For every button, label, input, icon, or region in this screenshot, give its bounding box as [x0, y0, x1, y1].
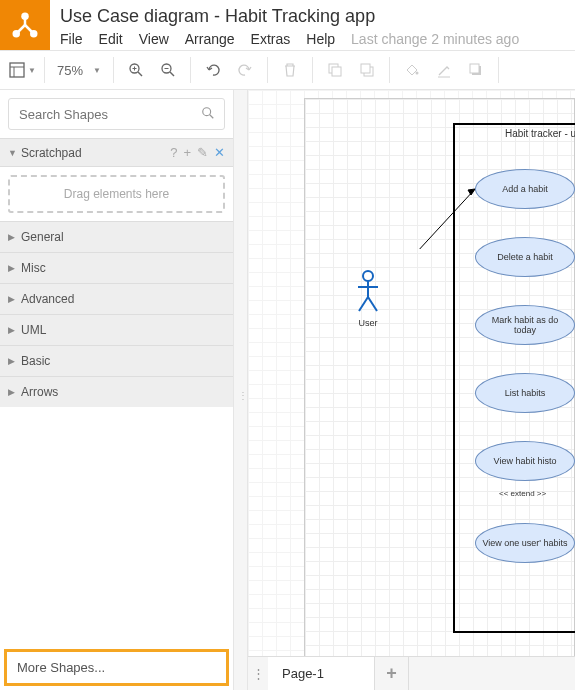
toolbar: ▼ 75%▼ [0, 50, 575, 90]
caret-right-icon: ▶ [8, 232, 15, 242]
caret-right-icon: ▶ [8, 294, 15, 304]
svg-line-27 [368, 297, 377, 311]
scratchpad-dropzone[interactable]: Drag elements here [8, 175, 225, 213]
usecase-uc4[interactable]: List habits [475, 373, 575, 413]
add-icon[interactable]: + [183, 145, 191, 160]
sidebar: ▼ Scratchpad ? + ✎ ✕ Drag elements here … [0, 90, 234, 690]
menu-edit[interactable]: Edit [99, 31, 123, 47]
zoom-in-button[interactable] [122, 56, 150, 84]
svg-line-26 [359, 297, 368, 311]
usecase-uc1[interactable]: Add a habit [475, 169, 575, 209]
usecase-uc2[interactable]: Delete a habit [475, 237, 575, 277]
actor-user[interactable]: User [355, 269, 381, 328]
category-uml[interactable]: ▶UML [0, 314, 233, 345]
to-front-button[interactable] [321, 56, 349, 84]
caret-right-icon: ▶ [8, 325, 15, 335]
search-icon [201, 106, 215, 123]
usecase-uc5[interactable]: View habit histo [475, 441, 575, 481]
category-misc[interactable]: ▶Misc [0, 252, 233, 283]
app-logo[interactable] [0, 0, 50, 50]
shadow-button[interactable] [462, 56, 490, 84]
svg-point-17 [415, 72, 418, 75]
delete-button[interactable] [276, 56, 304, 84]
caret-right-icon: ▶ [8, 263, 15, 273]
category-advanced[interactable]: ▶Advanced [0, 283, 233, 314]
menu-extras[interactable]: Extras [251, 31, 291, 47]
canvas[interactable]: User Habit tracker - us Add a habi [248, 90, 575, 690]
redo-button[interactable] [231, 56, 259, 84]
line-button[interactable] [430, 56, 458, 84]
tab-page-1[interactable]: Page-1 [268, 657, 375, 691]
svg-rect-20 [470, 64, 479, 73]
category-arrows[interactable]: ▶Arrows [0, 376, 233, 407]
menu-arrange[interactable]: Arrange [185, 31, 235, 47]
actor-label: User [355, 318, 381, 328]
close-icon[interactable]: ✕ [214, 145, 225, 160]
svg-point-23 [363, 271, 373, 281]
caret-right-icon: ▶ [8, 356, 15, 366]
sidebar-resizer[interactable]: ⋮ [234, 90, 248, 690]
svg-line-11 [170, 72, 174, 76]
svg-rect-14 [332, 67, 341, 76]
system-title: Habit tracker - us [455, 124, 575, 144]
zoom-out-button[interactable] [154, 56, 182, 84]
svg-point-21 [203, 108, 211, 116]
search-input[interactable] [8, 98, 225, 130]
last-change-label: Last change 2 minutes ago [351, 31, 519, 47]
scratchpad-header[interactable]: ▼ Scratchpad ? + ✎ ✕ [0, 138, 233, 167]
extend-label: << extend >> [499, 489, 546, 498]
svg-rect-3 [10, 63, 24, 77]
zoom-select[interactable]: 75%▼ [53, 63, 105, 78]
document-title[interactable]: Use Case diagram - Habit Tracking app [60, 6, 575, 27]
fill-button[interactable] [398, 56, 426, 84]
caret-right-icon: ▶ [8, 387, 15, 397]
menu-file[interactable]: File [60, 31, 83, 47]
view-button[interactable]: ▼ [8, 56, 36, 84]
menu-help[interactable]: Help [306, 31, 335, 47]
category-basic[interactable]: ▶Basic [0, 345, 233, 376]
add-page-button[interactable]: + [375, 657, 409, 691]
caret-down-icon: ▼ [8, 148, 17, 158]
page-tabs: ⋮ Page-1 + [248, 656, 575, 690]
to-back-button[interactable] [353, 56, 381, 84]
pages-menu-button[interactable]: ⋮ [248, 666, 268, 681]
category-general[interactable]: ▶General [0, 221, 233, 252]
svg-line-22 [210, 115, 214, 119]
menu-view[interactable]: View [139, 31, 169, 47]
svg-line-7 [138, 72, 142, 76]
svg-rect-16 [361, 64, 370, 73]
usecase-uc6[interactable]: View one user' habits [475, 523, 575, 563]
undo-button[interactable] [199, 56, 227, 84]
help-icon[interactable]: ? [170, 145, 177, 160]
more-shapes-button[interactable]: More Shapes... [4, 649, 229, 686]
edit-icon[interactable]: ✎ [197, 145, 208, 160]
usecase-uc3[interactable]: Mark habit as do today [475, 305, 575, 345]
